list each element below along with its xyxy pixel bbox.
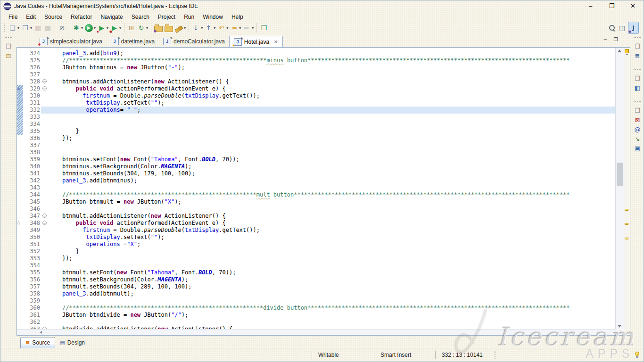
problems-view-button[interactable]: ⊠ xyxy=(633,115,642,124)
close-button[interactable]: ✕ xyxy=(622,0,644,12)
code-text[interactable]: operations ="X"; xyxy=(49,241,615,248)
warning-marker[interactable] xyxy=(625,223,628,225)
code-text[interactable]: JButton btndivide = new JButton("/"); xyxy=(49,312,615,319)
save-all-button[interactable]: ▩ xyxy=(43,22,53,33)
code-text[interactable] xyxy=(49,184,615,191)
task-list-view-button[interactable]: ◧ xyxy=(633,83,642,92)
editor-tab-hotel-java[interactable]: J✎▲Hotel.java× xyxy=(229,36,283,47)
menu-help[interactable]: Help xyxy=(227,13,248,21)
run-button[interactable]: ▶▾ xyxy=(84,22,97,33)
dropdown-icon[interactable]: ▾ xyxy=(146,26,148,30)
code-text[interactable]: public void actionPerformed(ActionEvent … xyxy=(49,85,615,92)
code-text[interactable] xyxy=(49,297,615,304)
package-explorer-button[interactable]: ⊟ xyxy=(4,51,13,60)
skip-breakpoints-button[interactable]: ⊘ xyxy=(57,22,67,33)
forward-button[interactable]: ⇨▾ xyxy=(242,22,255,33)
code-text[interactable]: btnmult.setBackground(Color.MAGENTA); xyxy=(49,276,615,283)
new-java-project-button[interactable]: ❐▾ xyxy=(20,22,33,33)
dropdown-icon[interactable]: ▾ xyxy=(226,26,228,30)
pin-editor-button[interactable]: ❒ xyxy=(259,22,269,33)
minimize-button[interactable]: – xyxy=(580,0,601,12)
editor-tab-datetime-java[interactable]: J✎datetime.java xyxy=(107,36,159,47)
code-text[interactable]: btnmult.addActionListener(new ActionList… xyxy=(49,213,615,220)
declaration-view-button[interactable]: ↘ xyxy=(633,134,642,143)
dropdown-icon[interactable]: ▾ xyxy=(30,26,32,30)
code-text[interactable]: } xyxy=(49,248,615,255)
tab-design[interactable]: ▤Design xyxy=(55,337,90,348)
dropdown-icon[interactable]: ▾ xyxy=(17,26,19,30)
scroll-up-arrow[interactable] xyxy=(616,48,624,54)
java-grid-button[interactable]: ⊞ xyxy=(126,22,136,33)
coverage-button[interactable]: ▶▪▾ xyxy=(97,22,109,33)
editor-tab-simplecalculator-java[interactable]: J✎⊗simplecalculator.java xyxy=(35,36,107,47)
notification-bulb-icon[interactable] xyxy=(635,352,640,358)
warning-marker[interactable] xyxy=(625,209,628,211)
dropdown-icon[interactable]: ▾ xyxy=(239,26,241,30)
code-text[interactable]: txtDisplay.setText(""); xyxy=(49,99,615,107)
code-text[interactable]: JButton btnmult = new JButton("X"); xyxy=(49,198,615,206)
code-text[interactable]: txtDisplay.setText(""); xyxy=(49,234,615,241)
code-text[interactable]: btnminus.setFont(new Font("Tahoma", Font… xyxy=(49,156,615,163)
code-text[interactable]: //**************************************… xyxy=(49,304,615,312)
dropdown-icon[interactable]: ▾ xyxy=(81,26,83,30)
search-flashlight-button[interactable]: ▾ xyxy=(174,22,187,33)
overview-ruler[interactable] xyxy=(624,48,630,335)
left-bar-drag-handle[interactable] xyxy=(5,37,12,40)
tab-source[interactable]: ≡Source xyxy=(20,337,55,348)
dropdown-icon[interactable]: ▾ xyxy=(201,26,203,30)
code-text[interactable] xyxy=(49,121,615,128)
code-text[interactable]: public void actionPerformed(ActionEvent … xyxy=(49,220,615,227)
next-annotation-button[interactable]: ↓▾ xyxy=(191,22,204,33)
dropdown-icon[interactable]: ▾ xyxy=(214,26,215,30)
menu-edit[interactable]: Edit xyxy=(22,13,40,21)
code-text[interactable]: }); xyxy=(49,255,615,262)
outline-view-button[interactable]: ≣ xyxy=(633,51,642,60)
console-view-button[interactable]: ▣ xyxy=(633,143,642,153)
code-text[interactable]: JButton btnminus = new JButton("-"); xyxy=(49,64,615,71)
code-text[interactable]: firstnum = Double.parseDouble(txtDisplay… xyxy=(49,227,615,234)
dropdown-icon[interactable]: ▾ xyxy=(184,26,186,30)
dropdown-icon[interactable]: ▾ xyxy=(252,26,254,30)
fold-toggle-icon[interactable]: − xyxy=(42,86,47,90)
previous-annotation-button[interactable]: ↑▾ xyxy=(204,22,216,33)
code-text[interactable] xyxy=(49,262,615,269)
open-perspective-button[interactable]: ◫ xyxy=(617,22,627,33)
code-text[interactable]: panel_3.add(btn9); xyxy=(49,50,615,57)
code-text[interactable]: btnmult.setBounds(304, 289, 100, 100); xyxy=(49,283,615,290)
fold-toggle-icon[interactable]: − xyxy=(42,221,47,225)
menu-refactor[interactable]: Refactor xyxy=(66,13,96,21)
javadoc-view-button[interactable]: @ xyxy=(633,124,642,134)
code-text[interactable] xyxy=(49,114,615,121)
back-button[interactable]: ⇦▾ xyxy=(229,22,242,33)
dropdown-icon[interactable]: ▾ xyxy=(119,26,121,30)
open-resource-button[interactable] xyxy=(164,22,174,33)
maximize-view-button[interactable]: ❐ xyxy=(612,37,619,42)
menu-source[interactable]: Source xyxy=(40,13,66,21)
menu-navigate[interactable]: Navigate xyxy=(96,13,127,21)
code-text[interactable]: btnmult.setFont(new Font("Tahoma", Font.… xyxy=(49,269,615,276)
last-edit-location-button[interactable]: ↶▾ xyxy=(216,22,229,33)
warning-marker[interactable] xyxy=(625,238,628,239)
code-text[interactable] xyxy=(49,206,615,213)
code-text[interactable]: firstnum = Double.parseDouble(txtDisplay… xyxy=(49,92,615,99)
minimize-view-button[interactable]: ─ xyxy=(602,37,609,42)
menu-project[interactable]: Project xyxy=(154,13,180,21)
horizontal-scrollbar[interactable] xyxy=(17,329,616,335)
restore-tasklist-view-button[interactable]: ❐ xyxy=(633,74,642,83)
maximize-button[interactable]: ❐ xyxy=(601,0,622,12)
status-drag-handle[interactable] xyxy=(495,351,495,359)
vertical-scrollbar[interactable] xyxy=(615,48,624,335)
code-editor[interactable]: 324 panel_3.add(btn9);325 //************… xyxy=(17,47,630,336)
run-external-tools-button[interactable]: ▶●▾ xyxy=(109,22,122,33)
code-text[interactable]: //**************************************… xyxy=(49,57,615,64)
save-button[interactable]: ▦ xyxy=(33,22,43,33)
menu-window[interactable]: Window xyxy=(198,13,227,21)
scrollbar-thumb[interactable] xyxy=(617,163,623,186)
menu-run[interactable]: Run xyxy=(180,13,198,21)
dropdown-icon[interactable]: ▾ xyxy=(94,26,96,30)
code-text[interactable]: panel_3.add(btnmult); xyxy=(49,290,615,297)
code-text[interactable] xyxy=(49,142,615,149)
overview-status-square[interactable] xyxy=(625,49,629,53)
refresh-button[interactable]: ↻▾ xyxy=(136,22,149,33)
code-text[interactable] xyxy=(49,149,615,156)
